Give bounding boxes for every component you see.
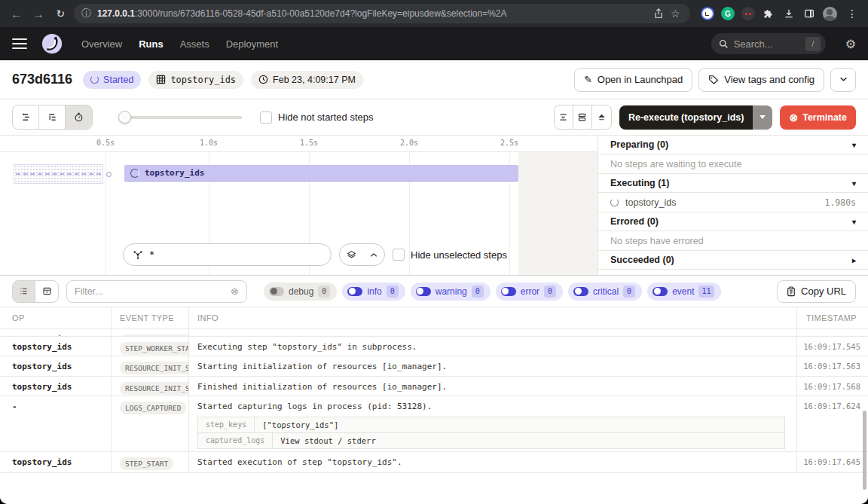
browser-reload-icon[interactable]: ↻ <box>52 5 69 23</box>
timed-view-icon[interactable] <box>66 105 92 129</box>
grammarly-extension-icon[interactable]: G <box>721 7 735 20</box>
clock-extension-icon[interactable] <box>701 7 714 20</box>
status-section-header[interactable]: Succeeded (0)▸ <box>598 251 868 270</box>
toggle-switch[interactable] <box>269 287 284 296</box>
nav-item-assets[interactable]: Assets <box>180 38 209 50</box>
triangle-right-icon: ▸ <box>852 256 856 264</box>
hide-not-started-checkbox[interactable] <box>260 111 272 124</box>
download-icon[interactable] <box>782 7 796 20</box>
structured-view-icon[interactable] <box>35 281 58 302</box>
toggle-switch[interactable] <box>501 287 516 296</box>
step-status-panel: Preparing (0)▾No steps are waiting to ex… <box>598 136 868 275</box>
grid-icon <box>156 75 166 84</box>
log-section: ⊗ debug0info0warning0error0critical0even… <box>0 276 868 504</box>
metadata-value[interactable]: View stdout / stderr <box>273 433 383 448</box>
log-row[interactable]: topstory_idsSTEP_WORKER_STARTI...Launchi… <box>0 329 868 337</box>
share-icon[interactable] <box>653 8 665 20</box>
axis-tick-label: 1.5s <box>300 139 318 147</box>
terminate-button[interactable]: ⊗ Terminate <box>780 105 856 130</box>
status-section-header[interactable]: Preparing (0)▾ <box>598 136 868 154</box>
gantt-step-bar[interactable]: topstory_ids <box>124 165 518 182</box>
job-tag[interactable]: topstory_ids <box>148 71 243 89</box>
axis-tick-label: 1.0s <box>200 139 218 147</box>
dagster-nav: OverviewRunsAssetsDeployment / ⚙ <box>0 27 868 60</box>
log-row[interactable]: topstory_idsSTEP_WORKER_STARTEDExecuting… <box>0 337 868 356</box>
toggle-switch[interactable] <box>653 287 668 296</box>
global-search[interactable]: / <box>711 33 826 54</box>
clipboard-icon <box>787 286 796 297</box>
triangle-down-icon: ▾ <box>852 179 856 188</box>
status-step-row[interactable]: topstory_ids1.980s <box>598 193 868 212</box>
log-row[interactable]: topstory_idsRESOURCE_INIT_SUCC...Finishe… <box>0 377 868 396</box>
robot-extension-icon[interactable] <box>741 7 755 20</box>
browser-forward-icon[interactable]: → <box>29 5 47 23</box>
expand-up-icon[interactable] <box>592 105 611 129</box>
nav-item-overview[interactable]: Overview <box>81 38 122 50</box>
run-id: 673d6116 <box>12 72 72 87</box>
spinner-icon <box>610 198 619 206</box>
hide-not-started-checkbox-row[interactable]: Hide not started steps <box>260 111 373 124</box>
level-filter-event[interactable]: event11 <box>647 283 720 301</box>
side-panel-icon[interactable] <box>802 7 816 20</box>
zoom-slider[interactable] <box>120 116 242 119</box>
hide-unselected-checkbox[interactable] <box>393 249 405 261</box>
status-section-header[interactable]: Executing (1)▾ <box>598 174 868 193</box>
layers-icon[interactable] <box>340 244 363 265</box>
waterfall-view-icon[interactable] <box>39 105 66 129</box>
url-bar[interactable]: ⓘ 127.0.0.1:3000/runs/673d6116-0528-45df… <box>74 4 690 23</box>
gantt-plot-area: topstory_ids <box>0 152 598 275</box>
toggle-switch[interactable] <box>416 287 431 296</box>
hamburger-menu-icon[interactable] <box>12 38 27 50</box>
level-filter-error[interactable]: error0 <box>496 283 563 301</box>
log-row[interactable]: topstory_idsSTEP_STARTStarted execution … <box>0 452 868 473</box>
dagster-logo-icon[interactable] <box>41 32 63 55</box>
hide-unselected-checkbox-row[interactable]: Hide unselected steps <box>393 249 507 261</box>
log-scrollbar[interactable] <box>863 411 866 490</box>
zoom-slider-thumb[interactable] <box>118 111 131 124</box>
metadata-value: ["topstory_ids"] <box>255 417 346 432</box>
nav-item-deployment[interactable]: Deployment <box>226 38 278 50</box>
search-input[interactable] <box>734 38 800 50</box>
site-info-icon[interactable]: ⓘ <box>81 7 91 20</box>
spinner-icon <box>90 75 99 84</box>
level-filter-critical[interactable]: critical0 <box>568 283 642 301</box>
log-view-mode-group <box>12 280 59 303</box>
run-datetime-tag[interactable]: Feb 23, 4:09:17 PM <box>251 71 363 89</box>
level-count-badge: 0 <box>387 286 399 298</box>
flat-view-icon[interactable] <box>13 105 39 129</box>
nav-item-runs[interactable]: Runs <box>139 38 164 50</box>
list-view-icon[interactable] <box>13 281 35 302</box>
view-tags-config-button[interactable]: View tags and config <box>698 68 824 92</box>
open-launchpad-button[interactable]: ✎Open in Launchpad <box>574 68 692 92</box>
level-filter-debug[interactable]: debug0 <box>264 283 337 301</box>
status-empty-text: No steps are waiting to execute <box>598 154 868 174</box>
split-panels-icon[interactable] <box>573 105 592 129</box>
toggle-switch[interactable] <box>573 287 588 296</box>
toggle-switch[interactable] <box>347 287 362 296</box>
op-selector-icon <box>133 249 143 260</box>
step-selector[interactable] <box>123 243 332 266</box>
copy-url-button[interactable]: Copy URL <box>777 280 856 303</box>
log-row[interactable]: topstory_idsRESOURCE_INIT_STAR...Startin… <box>0 356 868 377</box>
more-actions-button[interactable] <box>830 68 856 92</box>
hide-unselected-label: Hide unselected steps <box>411 249 507 261</box>
browser-back-icon[interactable]: ← <box>8 5 25 23</box>
clear-filter-icon[interactable]: ⊗ <box>231 286 239 297</box>
chevron-up-icon[interactable] <box>363 244 384 265</box>
browser-menu-icon[interactable]: ⋮ <box>844 8 860 20</box>
log-filter-input[interactable] <box>75 286 226 297</box>
level-filter-info[interactable]: info0 <box>342 283 405 301</box>
log-row[interactable]: -LOGS_CAPTUREDStarted capturing logs in … <box>0 396 868 452</box>
puzzle-extensions-icon[interactable] <box>762 7 775 20</box>
reexecute-dropdown[interactable] <box>753 105 772 130</box>
status-section-header[interactable]: Errored (0)▾ <box>598 212 868 231</box>
settings-gear-icon[interactable]: ⚙ <box>845 37 856 51</box>
level-filter-warning[interactable]: warning0 <box>411 283 491 301</box>
log-filter[interactable]: ⊗ <box>66 280 247 303</box>
bookmark-star-icon[interactable]: ☆ <box>671 8 683 20</box>
profile-avatar[interactable] <box>823 7 837 21</box>
collapse-down-icon[interactable] <box>555 105 573 129</box>
reexecute-button[interactable]: Re-execute (topstory_ids) <box>619 105 773 130</box>
step-selector-input[interactable] <box>149 249 307 260</box>
triangle-down-icon: ▾ <box>852 218 856 226</box>
